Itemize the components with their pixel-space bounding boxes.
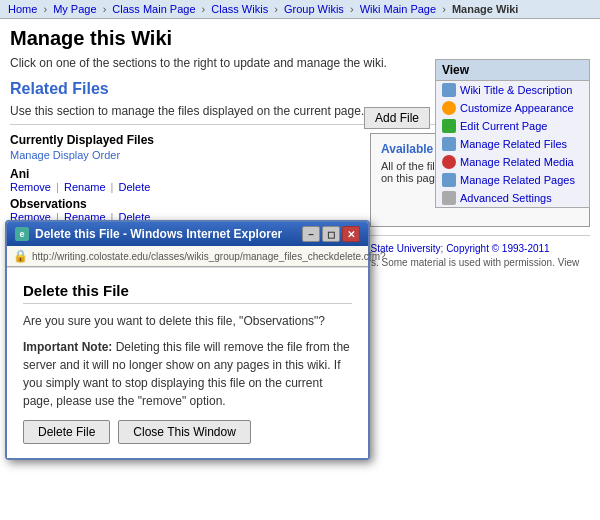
dialog-url: http://writing.colostate.edu/classes/wik…	[32, 251, 386, 262]
dialog-minimize-button[interactable]: –	[302, 226, 320, 242]
dialog-overlay: e Delete this File - Windows Internet Ex…	[0, 0, 600, 520]
dialog-buttons: Delete File Close This Window	[23, 420, 352, 444]
dialog-close-button[interactable]: ✕	[342, 226, 360, 242]
dialog-body: Delete this File Are you sure you want t…	[7, 267, 368, 458]
dialog-restore-button[interactable]: ◻	[322, 226, 340, 242]
dialog-heading: Delete this File	[23, 282, 352, 304]
dialog-window: e Delete this File - Windows Internet Ex…	[5, 220, 370, 460]
close-window-button[interactable]: Close This Window	[118, 420, 250, 444]
dialog-controls: – ◻ ✕	[302, 226, 360, 242]
dialog-urlbar: 🔒 http://writing.colostate.edu/classes/w…	[7, 246, 368, 267]
dialog-titlebar: e Delete this File - Windows Internet Ex…	[7, 222, 368, 246]
dialog-title: Delete this File - Windows Internet Expl…	[35, 227, 282, 241]
dialog-confirm-text: Are you sure you want to delete this fil…	[23, 312, 352, 330]
ie-icon: e	[15, 227, 29, 241]
warning-label: Important Note:	[23, 340, 112, 354]
dialog-warning: Important Note: Deleting this file will …	[23, 338, 352, 410]
lock-icon: 🔒	[13, 249, 28, 263]
delete-file-button[interactable]: Delete File	[23, 420, 110, 444]
